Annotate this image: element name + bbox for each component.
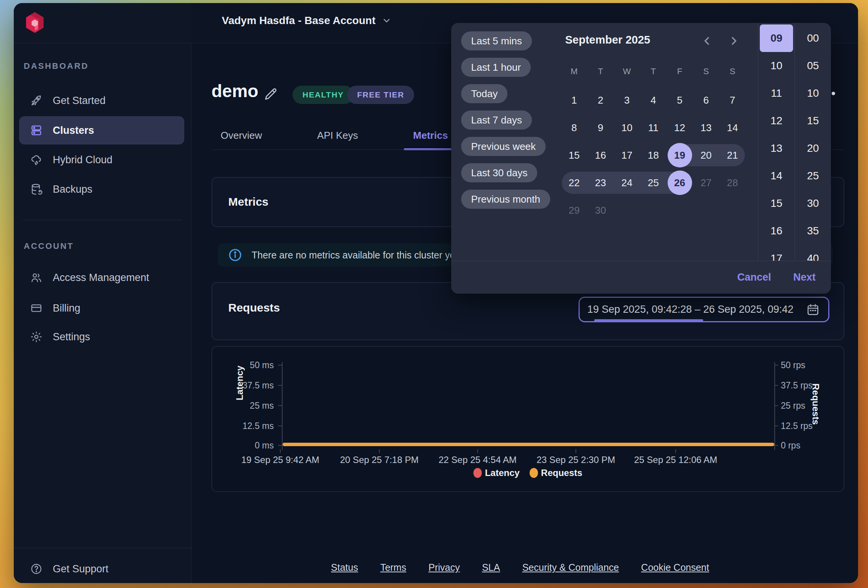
hour-option[interactable]: 13 (758, 135, 795, 162)
calendar-day[interactable]: 6 (693, 86, 719, 114)
calendar-day[interactable]: 18 (640, 141, 666, 169)
tab-metrics[interactable]: Metrics (404, 124, 457, 149)
legend-label: Requests (541, 468, 582, 478)
calendar-day[interactable]: 11 (640, 114, 666, 141)
calendar-day[interactable]: 22 (561, 169, 587, 197)
date-range-input[interactable]: 19 Sep 2025, 09:42:28 – 26 Sep 2025, 09:… (579, 297, 829, 322)
hour-option[interactable]: 12 (758, 107, 795, 135)
calendar-next-icon[interactable] (727, 34, 740, 47)
footer-link-security-compliance[interactable]: Security & Compliance (522, 562, 619, 573)
popup-footer: Cancel Next (737, 261, 816, 294)
sidebar-item-label: Billing (53, 302, 80, 314)
day-number: 24 (615, 171, 639, 195)
edit-pencil-icon[interactable] (263, 86, 278, 102)
tab-api-keys[interactable]: API Keys (308, 124, 367, 149)
minute-option[interactable]: 30 (795, 190, 831, 217)
calendar-icon[interactable] (806, 303, 820, 317)
calendar-day[interactable]: 13 (693, 114, 719, 141)
rocket-icon (30, 94, 43, 107)
footer-link-privacy[interactable]: Privacy (428, 562, 460, 573)
quick-option-last-7-days[interactable]: Last 7 days (461, 110, 532, 130)
requests-series-line (283, 443, 774, 446)
calendar-day[interactable]: 15 (561, 141, 587, 169)
tick-mark (774, 385, 778, 386)
minute-option[interactable]: 05 (795, 52, 831, 80)
scroll-indicator-dot[interactable] (832, 92, 835, 95)
sidebar-item-get-started[interactable]: Get Started (19, 89, 184, 112)
hour-option[interactable]: 17 (758, 245, 795, 261)
day-number: 28 (720, 171, 745, 195)
quick-option-previous-week[interactable]: Previous week (461, 137, 546, 156)
minute-option[interactable]: 40 (795, 245, 831, 261)
sidebar-item-settings[interactable]: Settings (19, 326, 184, 348)
cancel-button[interactable]: Cancel (737, 271, 771, 283)
calendar-day[interactable]: 23 (587, 169, 614, 197)
calendar-day[interactable]: 21 (719, 141, 746, 169)
calendar-day[interactable]: 30 (587, 197, 614, 224)
calendar-day[interactable]: 14 (719, 114, 746, 141)
sidebar-item-hybrid-cloud[interactable]: Hybrid Cloud (19, 149, 184, 171)
footer-link-sla[interactable]: SLA (482, 562, 500, 573)
minute-option[interactable]: 15 (795, 107, 831, 135)
calendar-day[interactable]: 10 (614, 114, 640, 141)
calendar-day[interactable]: 28 (719, 169, 746, 197)
calendar-day[interactable]: 17 (614, 141, 640, 169)
x-axis-label: 25 Sep 25 12:06 AM (634, 455, 717, 465)
quick-option-last-5-mins[interactable]: Last 5 mins (461, 31, 532, 50)
calendar-day[interactable]: 19 (666, 141, 693, 169)
calendar-day[interactable]: 27 (693, 169, 719, 197)
hour-option[interactable]: 14 (758, 162, 795, 190)
quick-option-last-30-days[interactable]: Last 30 days (461, 163, 537, 182)
legend-item-requests[interactable]: Requests (530, 468, 582, 478)
calendar-day[interactable]: 24 (614, 169, 640, 197)
sidebar-item-backups[interactable]: Backups (19, 178, 184, 200)
calendar-day[interactable]: 4 (640, 86, 666, 114)
footer-link-cookie-consent[interactable]: Cookie Consent (641, 562, 709, 573)
tick-mark (774, 445, 778, 446)
hour-option[interactable]: 11 (758, 80, 795, 107)
calendar-day[interactable]: 1 (561, 86, 587, 114)
minute-option[interactable]: 35 (795, 217, 831, 245)
quick-option-previous-month[interactable]: Previous month (461, 190, 550, 209)
tab-overview[interactable]: Overview (211, 124, 271, 149)
calendar-day[interactable]: 12 (666, 114, 693, 141)
sidebar-item-access-management[interactable]: Access Management (19, 266, 184, 289)
sidebar-item-billing[interactable]: Billing (19, 297, 184, 319)
next-button[interactable]: Next (793, 271, 816, 283)
calendar-day[interactable]: 3 (614, 86, 640, 114)
footer-link-status[interactable]: Status (331, 562, 358, 573)
hour-option[interactable]: 09 (760, 24, 793, 52)
footer-link-terms[interactable]: Terms (380, 562, 406, 573)
left-axis-tick-label: 25 ms (250, 401, 274, 411)
legend-item-latency[interactable]: Latency (473, 468, 520, 478)
minute-option[interactable]: 25 (795, 162, 831, 190)
hybrid-cloud-icon (30, 153, 43, 166)
calendar-day[interactable]: 8 (561, 114, 587, 141)
tick-mark (278, 365, 282, 365)
calendar-day[interactable]: 16 (587, 141, 614, 169)
calendar-day[interactable]: 26 (666, 169, 693, 197)
sidebar-item-clusters[interactable]: Clusters (19, 116, 184, 145)
sidebar-item-get-support[interactable]: Get Support (19, 558, 184, 580)
minute-option[interactable]: 20 (795, 135, 831, 162)
account-selector[interactable]: Vadym Hasdfa - Base Account (222, 15, 392, 27)
calendar-day[interactable]: 2 (587, 86, 614, 114)
minute-option[interactable]: 10 (795, 80, 831, 107)
quick-option-today[interactable]: Today (461, 84, 507, 103)
calendar-day[interactable]: 29 (561, 197, 587, 224)
hour-option[interactable]: 10 (758, 52, 795, 80)
hour-option[interactable]: 15 (758, 190, 795, 217)
calendar-day[interactable]: 7 (719, 86, 746, 114)
hour-list: 091011121314151617 (758, 23, 795, 261)
hour-option[interactable]: 16 (758, 217, 795, 245)
calendar-day[interactable]: 5 (666, 86, 693, 114)
app-window: DASHBOARD Get Started (14, 3, 858, 583)
quick-option-last-1-hour[interactable]: Last 1 hour (461, 58, 531, 77)
calendar-prev-icon[interactable] (701, 34, 714, 47)
calendar-day[interactable]: 20 (693, 141, 719, 169)
calendar-day[interactable]: 25 (640, 169, 666, 197)
tick-mark (278, 385, 282, 386)
minute-option[interactable]: 00 (795, 24, 831, 52)
calendar-day[interactable]: 9 (587, 114, 614, 141)
left-axis-line (282, 362, 283, 450)
